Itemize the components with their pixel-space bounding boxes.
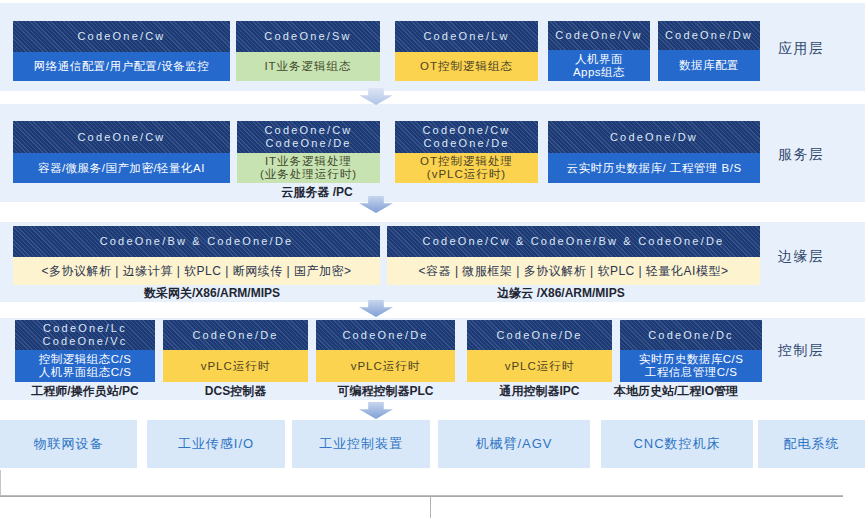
box-header-line: CodeOne/Cw — [77, 131, 165, 144]
box-body-line: 人机界面组态C/S — [39, 366, 132, 379]
service-box-dw: CodeOne/Dw 云实时历史数据库/ 工程管理 B/S — [548, 121, 760, 183]
box-body-line: Apps组态 — [573, 66, 625, 79]
box-body-line: 云实时历史数据库/ 工程管理 B/S — [566, 162, 741, 175]
box-header-line: CodeOne/De — [342, 329, 428, 342]
app-box-dw: CodeOne/Dw 数据库配置 — [658, 21, 760, 81]
box-header-line: CodeOne/De — [265, 137, 351, 150]
box-body: vPLC运行时 — [467, 350, 612, 382]
box-body: IT业务逻辑组态 — [236, 52, 380, 81]
caption-edge-cloud: 边缘云 /X86/ARM/MIPS — [411, 286, 711, 300]
control-box-plc: CodeOne/De vPLC运行时 — [316, 320, 455, 382]
layer-label-service: 服务层 — [778, 146, 860, 164]
box-header-line: CodeOne/Vc — [43, 335, 128, 348]
service-box-it-runtime: CodeOne/Cw CodeOne/De IT业务逻辑处理 (业务处理运行时) — [237, 121, 380, 183]
box-body-line: 工程信息管理C/S — [645, 366, 738, 379]
frame-left-edge — [0, 470, 1, 496]
box-header: CodeOne/Cw CodeOne/De — [237, 121, 380, 153]
box-body: <容器 | 微服框架 | 多协议解析 | 软PLC | 轻量化AI模型> — [387, 257, 760, 285]
edge-box-cloud: CodeOne/Cw & CodeOne/Bw & CodeOne/De <容器… — [387, 226, 760, 285]
box-body: OT控制逻辑组态 — [395, 52, 538, 81]
box-body: 网络通信配置/用户配置/设备监控 — [13, 52, 230, 81]
service-box-ot-runtime: CodeOne/Cw CodeOne/De OT控制逻辑处理 (vPLC运行时) — [395, 121, 538, 183]
layer-label-control: 控制层 — [778, 342, 860, 360]
app-box-cw: CodeOne/Cw 网络通信配置/用户配置/设备监控 — [13, 21, 230, 81]
box-header-line: CodeOne/Dw — [610, 131, 698, 144]
box-body-line: 控制逻辑组态C/S — [39, 353, 132, 366]
box-body-line: <容器 | 微服框架 | 多协议解析 | 软PLC | 轻量化AI模型> — [419, 265, 729, 278]
service-box-cw: CodeOne/Cw 容器/微服务/国产加密/轻量化AI — [13, 121, 230, 183]
box-header-line: CodeOne/De — [496, 329, 582, 342]
box-header-line: CodeOne/Cw — [77, 30, 165, 43]
box-body-line: 网络通信配置/用户配置/设备监控 — [34, 60, 209, 73]
edge-box-gateway: CodeOne/Bw & CodeOne/De <多协议解析 | 边缘计算 | … — [13, 226, 380, 285]
box-body: OT控制逻辑处理 (vPLC运行时) — [395, 153, 538, 183]
caption-engineer-station: 工程师/操作员站/PC — [5, 384, 165, 398]
box-body: IT业务逻辑处理 (业务处理运行时) — [237, 153, 380, 183]
box-header: CodeOne/Cw — [13, 21, 230, 52]
box-body-line: vPLC运行时 — [201, 360, 271, 373]
box-header-line: CodeOne/Dc — [648, 329, 734, 342]
control-box-dcs: CodeOne/De vPLC运行时 — [163, 320, 308, 382]
box-header: CodeOne/Vw — [548, 21, 650, 50]
box-header: CodeOne/Cw — [13, 121, 230, 153]
caption-local-history: 本地历史站/工程IO管理 — [586, 384, 766, 398]
device-control-equipment: 工业控制装置 — [292, 420, 430, 468]
box-header-line: CodeOne/Vw — [555, 29, 642, 42]
box-header-line: CodeOne/Cw — [264, 124, 352, 137]
frame-bottom-tick — [430, 497, 431, 518]
box-header: CodeOne/Lc CodeOne/Vc — [15, 320, 155, 350]
box-body-line: (vPLC运行时) — [427, 168, 506, 181]
box-header: CodeOne/De — [467, 320, 612, 350]
app-box-lw: CodeOne/Lw OT控制逻辑组态 — [395, 21, 538, 81]
box-header: CodeOne/De — [163, 320, 308, 350]
box-body: vPLC运行时 — [163, 350, 308, 382]
box-body: 实时历史数据库C/S 工程信息管理C/S — [620, 350, 762, 382]
caption-dcs: DCS控制器 — [163, 384, 308, 398]
app-box-sw: CodeOne/Sw IT业务逻辑组态 — [236, 21, 380, 81]
box-header: CodeOne/De — [316, 320, 455, 350]
device-robot-agv: 机械臂/AGV — [438, 420, 590, 468]
app-box-vw: CodeOne/Vw 人机界面 Apps组态 — [548, 21, 650, 81]
box-body-line: IT业务逻辑组态 — [264, 60, 351, 73]
box-header-line: CodeOne/De — [192, 329, 278, 342]
box-body: 控制逻辑组态C/S 人机界面组态C/S — [15, 350, 155, 382]
box-header: CodeOne/Dw — [658, 21, 760, 50]
box-body-line: IT业务逻辑处理 — [265, 155, 352, 168]
box-header-line: CodeOne/Lw — [423, 30, 509, 43]
box-header: CodeOne/Lw — [395, 21, 538, 52]
box-body: 容器/微服务/国产加密/轻量化AI — [13, 153, 230, 183]
device-cnc: CNC数控机床 — [601, 420, 753, 468]
box-body: vPLC运行时 — [316, 350, 455, 382]
box-header: CodeOne/Dw — [548, 121, 760, 153]
control-box-ipc: CodeOne/De vPLC运行时 — [467, 320, 612, 382]
control-box-history: CodeOne/Dc 实时历史数据库C/S 工程信息管理C/S — [620, 320, 762, 382]
box-body-line: (业务处理运行时) — [260, 168, 357, 181]
box-body-line: 容器/微服务/国产加密/轻量化AI — [38, 162, 205, 175]
box-body-line: 人机界面 — [575, 53, 623, 66]
box-header-line: CodeOne/Cw & CodeOne/Bw & CodeOne/De — [423, 235, 725, 248]
box-body-line: OT控制逻辑处理 — [420, 155, 513, 168]
down-arrow-icon — [359, 402, 393, 419]
box-header: CodeOne/Sw — [236, 21, 380, 52]
device-power-distribution: 配电系统 — [758, 420, 865, 468]
box-header: CodeOne/Bw & CodeOne/De — [13, 226, 380, 257]
layer-label-application: 应用层 — [778, 40, 860, 58]
box-body: 数据库配置 — [658, 50, 760, 81]
box-header-line: CodeOne/Bw & CodeOne/De — [100, 235, 294, 248]
device-sensor-io: 工业传感I/O — [147, 420, 285, 468]
control-box-engineer: CodeOne/Lc CodeOne/Vc 控制逻辑组态C/S 人机界面组态C/… — [15, 320, 155, 382]
caption-gateway: 数采网关/X86/ARM/MIPS — [62, 286, 362, 300]
box-body: 云实时历史数据库/ 工程管理 B/S — [548, 153, 760, 183]
box-body-line: vPLC运行时 — [351, 360, 421, 373]
device-iot: 物联网设备 — [0, 420, 137, 468]
box-header: CodeOne/Cw & CodeOne/Bw & CodeOne/De — [387, 226, 760, 257]
box-body-line: 实时历史数据库C/S — [639, 353, 744, 366]
down-arrow-icon — [359, 300, 393, 317]
box-header-line: CodeOne/Cw — [422, 124, 510, 137]
box-body-line: vPLC运行时 — [505, 360, 575, 373]
frame-bottom-line — [0, 495, 843, 497]
box-header-line: CodeOne/De — [423, 137, 509, 150]
box-body-line: 数据库配置 — [679, 59, 739, 72]
box-header-line: CodeOne/Dw — [665, 29, 753, 42]
caption-plc: 可编程控制器PLC — [316, 384, 455, 398]
